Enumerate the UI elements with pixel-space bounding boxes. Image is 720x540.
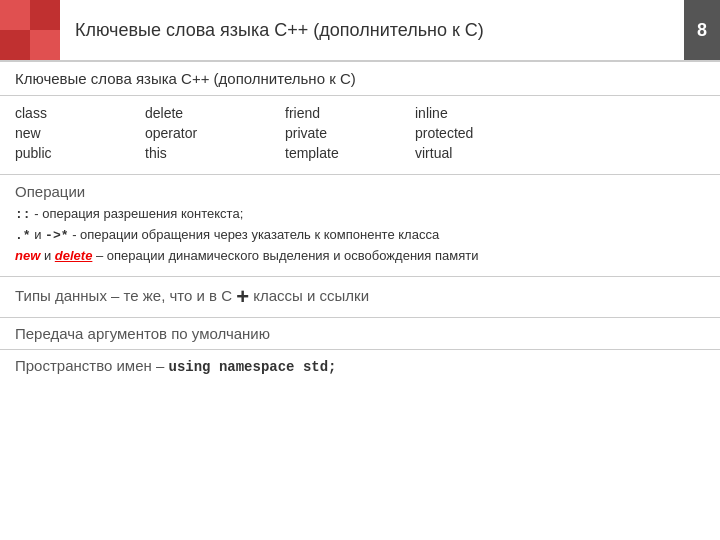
op-alloc-desc: – операции динамического выделения и осв… — [96, 248, 478, 263]
types-before: Типы данных – те же, что и в С — [15, 287, 232, 304]
header-accent — [0, 0, 60, 60]
namespace-before: Пространство имен – — [15, 357, 164, 374]
header-title: Ключевые слова языка С++ (дополнительно … — [60, 0, 684, 60]
kw-this: this — [145, 144, 285, 162]
op-pointer-desc: - операции обращения через указатель к к… — [72, 227, 439, 242]
sq3 — [0, 30, 30, 60]
kw-public: public — [15, 144, 145, 162]
operations-body: :: - операция разрешения контекста; .* и… — [15, 204, 705, 266]
op-pointer-symbol: .* — [15, 228, 31, 243]
op-new-keyword: new — [15, 248, 40, 263]
op-alloc: new и delete – операции динамического вы… — [15, 246, 705, 266]
kw-private: private — [285, 124, 415, 142]
kw-protected: protected — [415, 124, 545, 142]
args-text: Передача аргументов по умолчанию — [15, 325, 270, 342]
section-subtitle: Ключевые слова языка С++ (дополнительно … — [0, 62, 720, 96]
kw-new: new — [15, 124, 145, 142]
kw-class: class — [15, 104, 145, 122]
op-scope-desc: - операция разрешения контекста; — [34, 206, 243, 221]
kw-template: template — [285, 144, 415, 162]
op-arrow-symbol: ->* — [45, 228, 68, 243]
kw-friend: friend — [285, 104, 415, 122]
kw-inline: inline — [415, 104, 545, 122]
op-scope-symbol: :: — [15, 207, 31, 222]
keywords-section: class delete friend inline new operator … — [0, 96, 720, 175]
operations-title: Операции — [15, 183, 705, 200]
op-delete-keyword: delete — [55, 248, 93, 263]
kw-delete: delete — [145, 104, 285, 122]
op-alloc-and: и — [44, 248, 55, 263]
types-plus: + — [236, 284, 249, 309]
slide-number: 8 — [684, 0, 720, 60]
sq2 — [30, 0, 60, 30]
op-scope: :: - операция разрешения контекста; — [15, 204, 705, 225]
args-section: Передача аргументов по умолчанию — [0, 318, 720, 350]
operations-section: Операции :: - операция разрешения контек… — [0, 175, 720, 277]
kw-virtual: virtual — [415, 144, 545, 162]
sq4 — [30, 30, 60, 60]
slide: Ключевые слова языка С++ (дополнительно … — [0, 0, 720, 540]
op-pointer-and: и — [34, 227, 45, 242]
namespace-section: Пространство имен – using namespace std; — [0, 350, 720, 382]
keywords-grid: class delete friend inline new operator … — [15, 104, 705, 162]
sq1 — [0, 0, 30, 30]
kw-operator: operator — [145, 124, 285, 142]
op-pointer: .* и ->* - операции обращения через указ… — [15, 225, 705, 246]
types-after: классы и ссылки — [253, 287, 369, 304]
namespace-code: using namespace std; — [168, 359, 336, 375]
content: Ключевые слова языка С++ (дополнительно … — [0, 62, 720, 540]
header: Ключевые слова языка С++ (дополнительно … — [0, 0, 720, 62]
types-section: Типы данных – те же, что и в С + классы … — [0, 277, 720, 318]
